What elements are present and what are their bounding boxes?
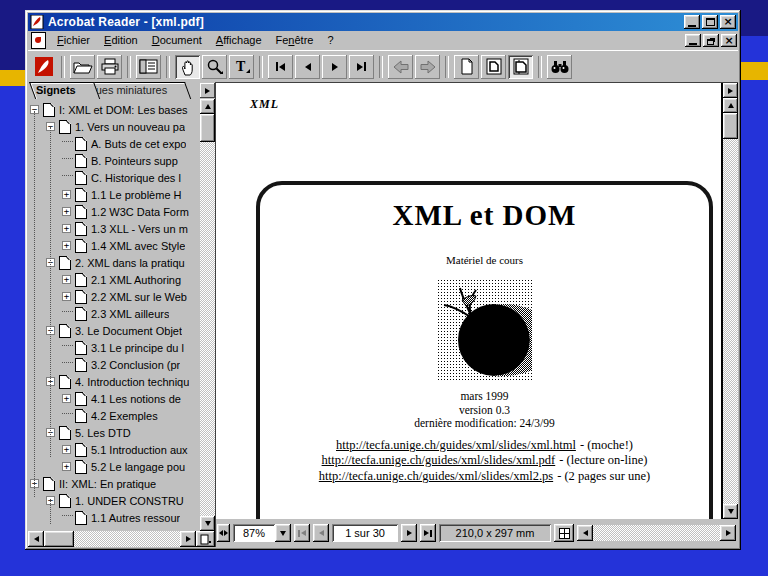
document-horizontal-scrollbar[interactable] <box>577 525 736 541</box>
panel-menu-button[interactable] <box>196 531 215 547</box>
menu-help[interactable]: ? <box>320 32 340 49</box>
last-page-button[interactable] <box>420 524 436 542</box>
mdi-minimize-button[interactable] <box>685 34 701 47</box>
scrollbar-track[interactable] <box>723 139 738 504</box>
mdi-close-button[interactable]: × <box>721 34 737 47</box>
minimize-button[interactable] <box>684 15 700 29</box>
show-nav-pane-button[interactable] <box>136 55 161 79</box>
bookmark-item[interactable]: −1. UNDER CONSTRU <box>28 492 200 509</box>
zoom-dropdown-button[interactable] <box>275 524 291 542</box>
expand-box-icon[interactable]: + <box>62 292 71 301</box>
bookmark-item[interactable]: +2.2 XML sur le Web <box>28 288 200 305</box>
expand-box-icon[interactable]: + <box>62 394 71 403</box>
bookmark-item[interactable]: 3.2 Conclusion (pr <box>28 356 200 373</box>
print-button[interactable] <box>97 55 122 79</box>
bookmark-item[interactable]: C. Historique des l <box>28 169 200 186</box>
zoom-tool-button[interactable] <box>202 55 227 79</box>
bookmark-item[interactable]: 4.2 Exemples <box>28 407 200 424</box>
go-back-button[interactable] <box>388 55 413 79</box>
bookmark-item[interactable]: −4. Introduction techniqu <box>28 373 200 390</box>
menu-fenetre[interactable]: Fenêtre <box>269 32 321 49</box>
bookmark-item[interactable]: 2.3 XML ailleurs <box>28 305 200 322</box>
document-link[interactable]: http://tecfa.unige.ch/guides/xml/slides/… <box>322 453 556 467</box>
expand-box-icon[interactable]: + <box>62 190 71 199</box>
zoom-level-field[interactable]: 87% <box>233 524 275 542</box>
bookmark-item[interactable]: −2. XML dans la pratiqu <box>28 254 200 271</box>
hand-tool-button[interactable] <box>175 55 200 79</box>
title-bar[interactable]: Acrobat Reader - [xml.pdf] × <box>28 13 738 31</box>
scroll-right-button[interactable] <box>720 525 736 541</box>
scrollbar-track[interactable] <box>200 142 215 516</box>
next-page-button[interactable] <box>401 524 417 542</box>
first-page-button[interactable] <box>268 55 293 79</box>
expand-box-icon[interactable]: + <box>62 224 71 233</box>
bookmark-item[interactable]: 1.1 Autres ressour <box>28 509 200 526</box>
fit-in-window-button[interactable] <box>481 55 506 79</box>
scrollbar-track[interactable] <box>74 531 180 547</box>
mdi-restore-button[interactable] <box>703 34 719 47</box>
pdf-document-icon[interactable] <box>31 32 46 49</box>
bookmark-item[interactable]: −II: XML: En pratique <box>28 475 200 492</box>
page-indicator-field[interactable]: 1 sur 30 <box>332 524 398 542</box>
pane-splitter-button[interactable] <box>217 524 230 542</box>
acrobat-logo-button[interactable] <box>31 55 56 79</box>
scrollbar-track[interactable] <box>593 525 720 541</box>
bookmark-item[interactable]: B. Pointeurs supp <box>28 152 200 169</box>
previous-page-button[interactable] <box>313 524 329 542</box>
bookmark-item[interactable]: +5.2 Le langage pou <box>28 458 200 475</box>
scroll-up-button[interactable] <box>200 99 215 114</box>
tab-signets[interactable]: Signets <box>29 82 94 99</box>
text-select-tool-button[interactable]: T <box>229 55 254 79</box>
bookmark-item[interactable]: +1.2 W3C Data Form <box>28 203 200 220</box>
expand-box-icon[interactable]: + <box>62 462 71 471</box>
fit-width-button[interactable] <box>508 55 533 79</box>
scroll-down-button[interactable] <box>723 504 738 519</box>
maximize-button[interactable] <box>702 15 718 29</box>
bookmark-item[interactable]: −1. Vers un nouveau pa <box>28 118 200 135</box>
close-button[interactable]: × <box>720 15 736 29</box>
scrollbar-thumb[interactable] <box>44 531 74 547</box>
expand-box-icon[interactable]: + <box>62 241 71 250</box>
bookmark-item[interactable]: −3. Le Document Objet <box>28 322 200 339</box>
bookmark-item[interactable]: A. Buts de cet expo <box>28 135 200 152</box>
open-button[interactable] <box>70 55 95 79</box>
expand-box-icon[interactable]: + <box>62 207 71 216</box>
scroll-down-button[interactable] <box>200 516 215 531</box>
bookmark-item[interactable]: −I: XML et DOM: Les bases <box>28 101 200 118</box>
bookmark-item[interactable]: +1.4 XML avec Style <box>28 237 200 254</box>
expand-box-icon[interactable]: + <box>62 275 71 284</box>
go-forward-button[interactable] <box>415 55 440 79</box>
bookmark-item[interactable]: +2.1 XML Authoring <box>28 271 200 288</box>
bookmark-item[interactable]: −5. Les DTD <box>28 424 200 441</box>
bookmark-item[interactable]: +1.1 Le problème H <box>28 186 200 203</box>
document-link[interactable]: http://tecfa.unige.ch/guides/xml/slides/… <box>319 469 553 483</box>
bookmark-item[interactable]: 3.1 Le principe du l <box>28 339 200 356</box>
bookmarks-scrollbar[interactable] <box>200 99 215 531</box>
first-page-button[interactable] <box>294 524 310 542</box>
last-page-button[interactable] <box>349 55 374 79</box>
menu-document[interactable]: Document <box>145 32 209 49</box>
document-scrollbar[interactable] <box>723 83 738 519</box>
scrollbar-thumb[interactable] <box>200 114 215 142</box>
next-page-button[interactable] <box>322 55 347 79</box>
expand-box-icon[interactable]: + <box>62 445 71 454</box>
page-layout-button[interactable] <box>554 524 574 542</box>
bookmarks-horizontal-scrollbar[interactable] <box>28 531 215 547</box>
scroll-left-button[interactable] <box>577 525 593 541</box>
menu-edition[interactable]: Edition <box>97 32 145 49</box>
bookmark-item[interactable]: +1.3 XLL - Vers un m <box>28 220 200 237</box>
menu-affichage[interactable]: Affichage <box>209 32 269 49</box>
bookmark-item[interactable]: +5.1 Introduction aux <box>28 441 200 458</box>
scroll-up-button[interactable] <box>723 98 738 113</box>
actual-size-button[interactable] <box>454 55 479 79</box>
document-link[interactable]: http://tecfa.unige.ch/guides/xml/slides/… <box>336 438 576 452</box>
article-button[interactable] <box>723 83 738 98</box>
previous-page-button[interactable] <box>295 55 320 79</box>
find-button[interactable] <box>547 55 572 79</box>
scrollbar-thumb[interactable] <box>723 113 738 139</box>
pdf-page[interactable]: XML XML et DOM Matériel de cours <box>216 83 723 519</box>
bookmark-item[interactable]: +4.1 Les notions de <box>28 390 200 407</box>
menu-fichier[interactable]: Fichier <box>50 32 97 49</box>
scroll-right-button[interactable] <box>180 531 196 547</box>
scroll-left-button[interactable] <box>28 531 44 547</box>
